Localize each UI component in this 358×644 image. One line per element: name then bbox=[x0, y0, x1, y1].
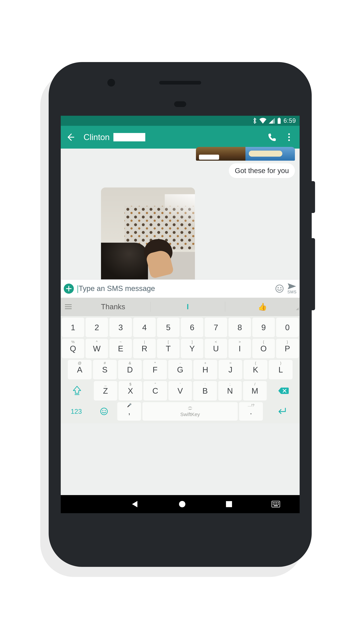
key-0[interactable]: 0 bbox=[276, 318, 298, 337]
key-U[interactable]: <U bbox=[205, 339, 227, 358]
key-1[interactable]: 1 bbox=[62, 318, 84, 337]
svg-rect-0 bbox=[278, 118, 281, 124]
suggestion-1[interactable]: Thanks bbox=[76, 302, 150, 311]
key-C[interactable]: "C bbox=[144, 381, 167, 400]
nav-recents-button[interactable] bbox=[225, 500, 233, 508]
call-button[interactable] bbox=[266, 131, 278, 143]
suggestion-bar: Thanks I 👍 bbox=[61, 298, 300, 316]
key-3[interactable]: 3 bbox=[110, 318, 132, 337]
proximity-sensor bbox=[174, 101, 186, 107]
key-B[interactable]: :B bbox=[193, 381, 217, 400]
nav-home-button[interactable] bbox=[178, 500, 186, 508]
key-Z[interactable]: _Z bbox=[94, 381, 117, 400]
svg-rect-22 bbox=[273, 504, 274, 505]
svg-point-15 bbox=[179, 501, 185, 507]
svg-rect-21 bbox=[278, 502, 279, 503]
key-T[interactable]: [T bbox=[157, 339, 180, 358]
key-I[interactable]: >I bbox=[228, 339, 251, 358]
suggestion-3[interactable]: 👍 bbox=[225, 302, 300, 311]
app-bar: Clinton bbox=[61, 126, 300, 148]
key-N[interactable]: ;N bbox=[218, 381, 242, 400]
send-button[interactable]: SMS bbox=[287, 283, 296, 294]
svg-point-7 bbox=[280, 287, 281, 288]
navigation-bar bbox=[61, 495, 300, 513]
key-V[interactable]: 'V bbox=[168, 381, 192, 400]
key-A[interactable]: @A bbox=[68, 360, 92, 379]
bluetooth-icon bbox=[253, 118, 257, 124]
svg-point-13 bbox=[102, 410, 103, 411]
sent-message-bubble[interactable]: Got these for you bbox=[229, 163, 295, 178]
message-composer: Type an SMS message SMS bbox=[61, 280, 300, 298]
svg-rect-24 bbox=[276, 504, 277, 505]
cell-signal-icon bbox=[269, 118, 275, 124]
spacebar-key[interactable]: SwiftKey bbox=[142, 402, 238, 420]
nav-keyboard-switch-button[interactable] bbox=[272, 501, 280, 508]
keyboard-emoji-key[interactable] bbox=[92, 402, 116, 420]
key-2[interactable]: 2 bbox=[86, 318, 108, 337]
battery-icon bbox=[277, 118, 281, 124]
key-Q[interactable]: %Q bbox=[62, 339, 84, 358]
nav-back-button[interactable] bbox=[131, 500, 139, 508]
numeric-mode-key[interactable]: 123 bbox=[62, 402, 91, 420]
key-P[interactable]: }P bbox=[276, 339, 298, 358]
key-J[interactable]: =J bbox=[218, 360, 242, 379]
period-key[interactable]: …!? . bbox=[239, 402, 263, 420]
svg-rect-20 bbox=[276, 502, 277, 503]
svg-rect-25 bbox=[278, 504, 279, 505]
key-5[interactable]: 5 bbox=[157, 318, 180, 337]
soft-keyboard: 1234567890 %Q^W~E|R[T]Y<U>I{O}P @A#S&D*F… bbox=[61, 316, 300, 423]
key-F[interactable]: *F bbox=[143, 360, 167, 379]
power-button bbox=[312, 181, 315, 213]
key-row-bottom: 123 🎤 , SwiftKey …!? . bbox=[62, 402, 298, 420]
svg-point-12 bbox=[101, 408, 107, 415]
backspace-key[interactable] bbox=[268, 381, 299, 400]
key-8[interactable]: 8 bbox=[228, 318, 251, 337]
key-7[interactable]: 7 bbox=[205, 318, 227, 337]
svg-point-3 bbox=[288, 136, 290, 138]
conversation-thread[interactable]: Got these for you bbox=[61, 148, 300, 280]
text-cursor bbox=[78, 285, 78, 293]
key-M[interactable]: /M bbox=[243, 381, 266, 400]
suggestion-menu-icon[interactable] bbox=[61, 304, 76, 309]
received-image-attachment[interactable] bbox=[101, 188, 195, 280]
svg-point-4 bbox=[288, 139, 290, 141]
key-O[interactable]: {O bbox=[252, 339, 275, 358]
key-row-3: _Z$X"C'V:B;N/M bbox=[62, 381, 298, 400]
key-row-2: @A#S&D*F-G+H=J(K)L bbox=[62, 360, 298, 379]
svg-point-6 bbox=[278, 287, 279, 288]
volume-rocker bbox=[312, 238, 315, 310]
shift-key[interactable] bbox=[62, 381, 92, 400]
key-G[interactable]: -G bbox=[168, 360, 192, 379]
message-placeholder: Type an SMS message bbox=[79, 284, 155, 292]
svg-rect-18 bbox=[273, 502, 274, 503]
key-D[interactable]: &D bbox=[118, 360, 142, 379]
keyboard-brand: SwiftKey bbox=[180, 412, 200, 417]
key-E[interactable]: ~E bbox=[110, 339, 132, 358]
more-menu-button[interactable] bbox=[283, 131, 295, 143]
attach-button[interactable] bbox=[64, 284, 74, 294]
send-label: SMS bbox=[287, 290, 296, 294]
key-6[interactable]: 6 bbox=[181, 318, 203, 337]
sent-image-attachment[interactable] bbox=[196, 147, 295, 161]
key-row-numbers: 1234567890 bbox=[62, 318, 298, 337]
key-S[interactable]: #S bbox=[93, 360, 117, 379]
back-button[interactable] bbox=[66, 132, 76, 142]
message-input[interactable]: Type an SMS message bbox=[78, 284, 272, 293]
key-R[interactable]: |R bbox=[133, 339, 156, 358]
key-Y[interactable]: ]Y bbox=[181, 339, 203, 358]
key-X[interactable]: $X bbox=[118, 381, 142, 400]
svg-rect-23 bbox=[274, 504, 276, 505]
front-camera bbox=[107, 79, 115, 86]
emoji-button[interactable] bbox=[275, 284, 284, 293]
enter-key[interactable] bbox=[264, 402, 298, 420]
key-H[interactable]: +H bbox=[194, 360, 217, 379]
key-W[interactable]: ^W bbox=[86, 339, 108, 358]
key-4[interactable]: 4 bbox=[133, 318, 156, 337]
suggestion-2[interactable]: I bbox=[150, 302, 225, 311]
svg-rect-16 bbox=[226, 501, 232, 507]
key-K[interactable]: (K bbox=[244, 360, 268, 379]
key-9[interactable]: 9 bbox=[252, 318, 275, 337]
comma-key[interactable]: 🎤 , bbox=[117, 402, 141, 420]
key-L[interactable]: )L bbox=[269, 360, 292, 379]
svg-rect-19 bbox=[274, 502, 276, 503]
